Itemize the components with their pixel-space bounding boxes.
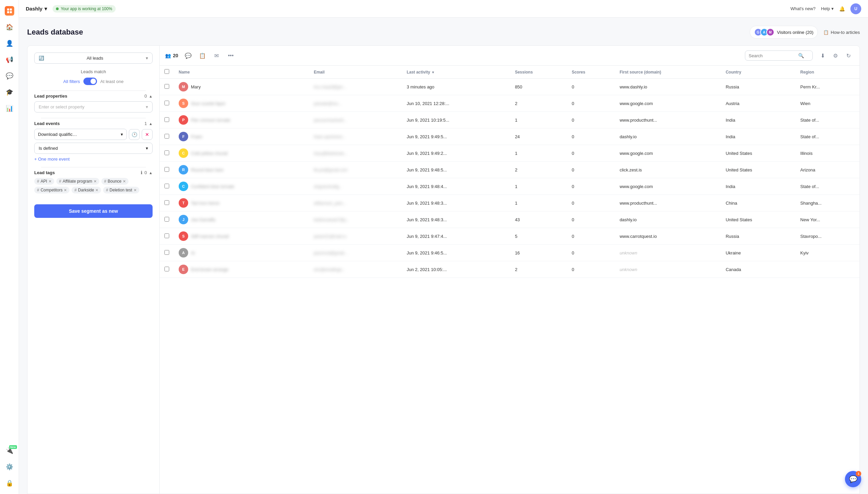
select-all-checkbox[interactable]	[164, 69, 169, 74]
whats-new-link[interactable]: What's new?	[790, 6, 815, 11]
table-row[interactable]: E End brown arrange eric@emaillogn... Ju…	[160, 261, 860, 278]
sidebar-item-campaigns[interactable]: 📢	[3, 53, 16, 66]
table-row[interactable]: P Pier crimson tornate paruunchauhar6...…	[160, 112, 860, 128]
tag-remove-btn[interactable]: ✕	[95, 188, 98, 192]
lead-tags-title: Lead tags	[34, 170, 55, 175]
event-select-dropdown[interactable]: Download qualificati... ▾	[34, 129, 127, 140]
row-name-cell: C Cold yellow churail	[174, 145, 309, 162]
lead-sessions: 16	[515, 250, 520, 255]
row-checkbox[interactable]	[164, 250, 169, 255]
lead-properties-chevron: ▲	[149, 94, 152, 98]
row-checkbox[interactable]	[164, 267, 169, 271]
brand-chevron: ▾	[44, 6, 47, 12]
condition-select-dropdown[interactable]: Is defined ▾	[34, 142, 152, 154]
table-row[interactable]: F Fraen fraen.xperiment... Jun 9, 2021 9…	[160, 128, 860, 145]
row-country-cell: India	[721, 112, 795, 128]
left-panel: 🔄 All leads ▾ Leads match All filters	[27, 46, 160, 494]
event-clock-btn[interactable]: 🕐	[129, 129, 140, 140]
lead-avatar: R	[179, 165, 188, 174]
lead-scores: 0	[572, 201, 574, 206]
match-toggle[interactable]	[84, 78, 97, 85]
table-row[interactable]: R Round blue hare fle.pnt@gmail.com Jun …	[160, 162, 860, 178]
row-checkbox[interactable]	[164, 117, 169, 122]
row-checkbox[interactable]	[164, 101, 169, 106]
user-avatar[interactable]: U	[850, 3, 861, 14]
table-row[interactable]: A Ai jasonrust@gmail... Jun 9, 2021 9:46…	[160, 245, 860, 261]
table-row[interactable]: C Cold yellow churail tracy@blankowe... …	[160, 145, 860, 162]
sidebar-item-leads[interactable]: 👤	[3, 37, 16, 50]
th-last-activity[interactable]: Last activity ▼	[402, 66, 510, 79]
tag-remove-btn[interactable]: ✕	[64, 188, 67, 192]
table-row[interactable]: C Confident blue tornate singranshultig.…	[160, 178, 860, 195]
lead-source: www.google.com	[620, 184, 653, 189]
row-activity-cell: Jun 9, 2021 9:49:5...	[402, 128, 510, 145]
notification-bell[interactable]: 🔔	[839, 6, 845, 12]
tag-remove-btn[interactable]: ✕	[94, 179, 97, 184]
sidebar-item-knowledge[interactable]: 🎓	[3, 86, 16, 99]
brand-dropdown[interactable]: Dashly ▾	[26, 6, 47, 12]
howto-link[interactable]: 📋 How-to articles	[823, 30, 860, 35]
toolbar-copy-btn[interactable]: 📋	[197, 50, 208, 61]
row-checkbox[interactable]	[164, 233, 169, 238]
download-btn[interactable]: ⬇	[817, 50, 828, 61]
search-input[interactable]	[749, 53, 796, 58]
sidebar-item-lock[interactable]: 🔒	[3, 476, 16, 490]
row-checkbox-cell	[160, 178, 174, 195]
toolbar-more-btn[interactable]: •••	[225, 50, 237, 61]
sidebar-item-analytics[interactable]: 📊	[3, 102, 16, 115]
row-checkbox-cell	[160, 128, 174, 145]
help-button[interactable]: Help ▾	[821, 6, 834, 11]
toolbar-chat-btn[interactable]: 💬	[182, 50, 194, 61]
sidebar-item-settings[interactable]: ⚙️	[3, 460, 16, 474]
page-header: Leads database G A M Visitors online (20…	[27, 26, 860, 39]
row-checkbox[interactable]	[164, 184, 169, 188]
toolbar-email-btn[interactable]: ✉	[211, 50, 222, 61]
row-name-cell: E End brown arrange	[174, 261, 309, 278]
search-icon[interactable]: 🔍	[798, 53, 804, 58]
condition-select-arrow: ▾	[146, 146, 148, 151]
row-checkbox[interactable]	[164, 167, 169, 172]
sidebar-item-conversations[interactable]: 💬	[3, 69, 16, 83]
table-row[interactable]: J Joe Garraffa bobimcweast7@y... Jun 9, …	[160, 211, 860, 228]
row-name-cell: M Mary	[174, 79, 309, 95]
row-checkbox[interactable]	[164, 134, 169, 138]
lead-sessions: 2	[515, 167, 517, 172]
row-checkbox-cell	[160, 228, 174, 245]
row-checkbox-cell	[160, 245, 174, 261]
property-select-dropdown[interactable]: Enter or select property ▾	[34, 101, 152, 113]
lead-properties-count-wrap: 0 ▲	[145, 94, 152, 99]
lead-country: India	[725, 134, 735, 139]
row-region-cell: Illinois	[795, 145, 860, 162]
row-checkbox[interactable]	[164, 217, 169, 222]
sidebar-item-home[interactable]: 🏠	[3, 20, 16, 34]
lead-properties-header[interactable]: Lead properties 0 ▲	[34, 94, 152, 99]
lead-last-activity: 3 minutes ago	[407, 84, 434, 90]
refresh-btn[interactable]: ↻	[843, 50, 854, 61]
row-sessions-cell: 1	[510, 112, 567, 128]
sidebar-item-integrations[interactable]: 🔌	[3, 444, 16, 457]
sidebar-brand-icon[interactable]	[3, 4, 16, 18]
table-row[interactable]: S Sour scarlet fapoi parwale@reu... Jun …	[160, 95, 860, 112]
row-checkbox[interactable]	[164, 200, 169, 205]
segment-select-dropdown[interactable]: 🔄 All leads ▾	[34, 53, 152, 64]
tag-remove-btn[interactable]: ✕	[123, 179, 126, 184]
lead-source: unknown	[620, 250, 637, 255]
table-row[interactable]: S Stiff maroon churail param21@mail.ru J…	[160, 228, 860, 245]
row-sessions-cell: 850	[510, 79, 567, 95]
table-row[interactable]: M Mary truc.mary0@gm... 3 minutes ago 85…	[160, 79, 860, 95]
tag-remove-btn[interactable]: ✕	[134, 188, 137, 192]
add-event-link[interactable]: + One more event	[34, 156, 152, 162]
tag-remove-btn[interactable]: ✕	[49, 179, 52, 184]
filter-btn[interactable]: ⚙	[830, 50, 841, 61]
save-segment-button[interactable]: Save segment as new	[34, 204, 152, 218]
lead-tags-header[interactable]: Lead tags ℹ 0 ▲	[34, 170, 152, 175]
table-row[interactable]: T Tart tron heron williamson_pam... Jun …	[160, 195, 860, 211]
chat-bubble[interactable]: 💬 1	[845, 471, 861, 487]
visitors-online-badge[interactable]: G A M Visitors online (20)	[750, 26, 818, 39]
event-remove-btn[interactable]: ✕	[142, 129, 152, 140]
row-scores-cell: 0	[567, 162, 615, 178]
row-checkbox[interactable]	[164, 84, 169, 89]
lead-events-header[interactable]: Lead events 1 ▲	[34, 121, 152, 126]
lead-events-count-wrap: 1 ▲	[145, 121, 152, 126]
row-checkbox[interactable]	[164, 150, 169, 155]
